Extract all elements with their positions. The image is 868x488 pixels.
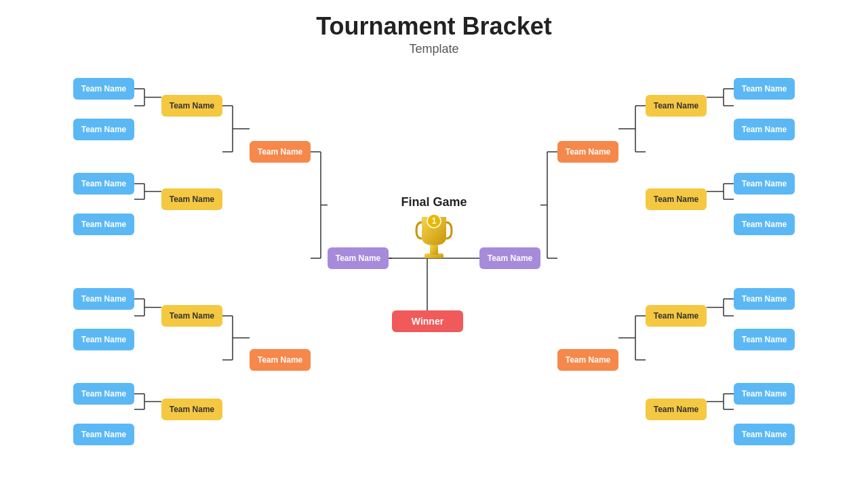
header: Tournament Bracket Template [0,0,868,56]
right-r1-t7[interactable]: Team Name [734,383,795,405]
left-r1-t7[interactable]: Team Name [73,383,134,405]
left-r1-t1[interactable]: Team Name [73,78,134,100]
left-r3-t1[interactable]: Team Name [250,141,311,163]
right-r1-t4[interactable]: Team Name [734,214,795,235]
right-r3-t2[interactable]: Team Name [557,349,618,371]
right-r2-t2[interactable]: Team Name [646,188,707,210]
right-r3-t1[interactable]: Team Name [557,141,618,163]
right-r2-t3[interactable]: Team Name [646,305,707,327]
final-game-label: Final Game [380,195,488,209]
left-r4-t1[interactable]: Team Name [328,247,389,269]
left-r1-t8[interactable]: Team Name [73,424,134,445]
left-r3-t2[interactable]: Team Name [250,349,311,371]
winner-box[interactable]: Winner [392,310,463,332]
left-r1-t5[interactable]: Team Name [73,288,134,310]
right-r1-t6[interactable]: Team Name [734,329,795,350]
right-r2-t1[interactable]: Team Name [646,95,707,117]
svg-rect-1 [430,245,438,255]
left-r2-t2[interactable]: Team Name [161,188,222,210]
left-r2-t3[interactable]: Team Name [161,305,222,327]
left-r1-t4[interactable]: Team Name [73,214,134,235]
trophy: 1 [415,210,453,261]
page: Tournament Bracket Template Team Name Te… [0,0,868,488]
svg-text:1: 1 [432,216,437,226]
right-r1-t2[interactable]: Team Name [734,119,795,140]
left-r2-t4[interactable]: Team Name [161,399,222,420]
bracket-area: Team Name Team Name Team Name Team Name … [0,54,868,481]
right-r1-t3[interactable]: Team Name [734,173,795,195]
left-r1-t6[interactable]: Team Name [73,329,134,350]
right-r2-t4[interactable]: Team Name [646,399,707,420]
left-r2-t1[interactable]: Team Name [161,95,222,117]
right-r1-t1[interactable]: Team Name [734,78,795,100]
right-r4-t1[interactable]: Team Name [479,247,540,269]
right-r1-t8[interactable]: Team Name [734,424,795,445]
left-r1-t2[interactable]: Team Name [73,119,134,140]
page-title: Tournament Bracket [0,12,868,41]
right-r1-t5[interactable]: Team Name [734,288,795,310]
left-r1-t3[interactable]: Team Name [73,173,134,195]
